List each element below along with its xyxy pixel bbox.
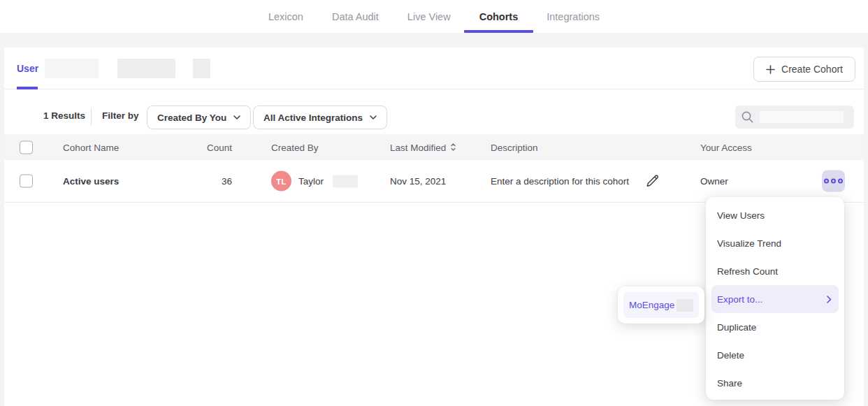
chevron-down-icon	[233, 115, 240, 119]
menu-item-label: Export to...	[717, 294, 762, 305]
redacted-search-text	[760, 111, 844, 123]
created-by-dropdown-value: Created By You	[157, 113, 226, 123]
avatar: TL	[271, 171, 291, 191]
tab-user[interactable]: User	[17, 48, 38, 89]
cohort-name[interactable]: Active users	[63, 176, 119, 187]
redacted-text	[677, 299, 693, 312]
menu-item-label: Refresh Count	[717, 266, 778, 277]
redacted-tab-placeholder	[45, 59, 99, 78]
table-header: Cohort Name Count Created By Last Modifi…	[4, 134, 864, 160]
description-placeholder[interactable]: Enter a description for this cohort	[491, 176, 629, 187]
filter-bar: 1 Results Filter by Created By You All A…	[4, 101, 864, 134]
create-cohort-button[interactable]: Create Cohort	[753, 57, 855, 82]
column-header-your-access: Your Access	[700, 142, 752, 152]
user-tab-underline	[17, 87, 38, 89]
column-header-count: Count	[201, 142, 232, 152]
filter-by-label: Filter by	[102, 110, 139, 121]
create-cohort-label: Create Cohort	[781, 64, 843, 75]
nav-tab-label: Live View	[407, 11, 451, 22]
menu-item-delete[interactable]: Delete	[711, 341, 839, 369]
created-by-dropdown[interactable]: Created By You	[147, 106, 251, 129]
edit-description-button[interactable]	[644, 173, 660, 189]
column-header-created-by: Created By	[271, 142, 319, 152]
ellipsis-icon	[824, 179, 843, 184]
redacted-tab-placeholder	[117, 59, 175, 78]
search-input[interactable]	[735, 106, 854, 129]
creator-cell: TL Taylor	[271, 171, 358, 191]
menu-item-label: Visualize Trend	[717, 238, 781, 249]
creator-name: Taylor	[298, 176, 324, 187]
search-icon	[741, 110, 754, 124]
column-header-description: Description	[491, 142, 538, 152]
active-tab-underline	[464, 30, 534, 33]
last-modified: Nov 15, 2021	[390, 176, 446, 187]
menu-item-duplicate[interactable]: Duplicate	[711, 313, 839, 341]
menu-item-view-users[interactable]: View Users	[711, 201, 839, 229]
context-menu: View Users Visualize Trend Refresh Count…	[706, 197, 844, 400]
submenu-item-label: MoEngage	[629, 300, 674, 310]
menu-item-label: View Users	[717, 210, 765, 221]
plus-icon	[766, 65, 775, 74]
nav-tab-cohorts[interactable]: Cohorts	[479, 0, 519, 33]
nav-tab-lexicon[interactable]: Lexicon	[268, 0, 303, 33]
divider	[91, 108, 92, 126]
submenu-item-moengage[interactable]: MoEngage	[623, 292, 699, 318]
menu-item-label: Delete	[717, 350, 744, 361]
row-checkbox[interactable]	[20, 175, 33, 188]
pencil-icon	[644, 173, 660, 189]
table-row: Active users 36 TL Taylor Nov 15, 2021 E…	[4, 160, 864, 203]
top-nav: Lexicon Data Audit Live View Cohorts Int…	[0, 0, 868, 33]
nav-tab-label: Integrations	[547, 11, 600, 22]
menu-item-label: Duplicate	[717, 322, 756, 333]
nav-tab-data-audit[interactable]: Data Audit	[332, 0, 379, 33]
nav-tab-label: Cohorts	[479, 11, 519, 22]
export-submenu: MoEngage	[618, 287, 704, 324]
column-header-last-modified[interactable]: Last Modified	[390, 142, 456, 152]
menu-item-visualize-trend[interactable]: Visualize Trend	[711, 229, 839, 257]
chevron-down-icon	[370, 115, 377, 119]
results-count: 1 Results	[43, 110, 85, 121]
nav-tab-integrations[interactable]: Integrations	[547, 0, 600, 33]
column-header-cohort-name: Cohort Name	[63, 142, 119, 152]
nav-tab-label: Lexicon	[268, 11, 303, 22]
redacted-tab-placeholder	[193, 59, 210, 78]
nav-tab-label: Data Audit	[332, 11, 379, 22]
active-integrations-dropdown[interactable]: All Active Integrations	[253, 106, 387, 129]
menu-item-share[interactable]: Share	[711, 369, 839, 397]
cohort-count: 36	[201, 176, 232, 187]
redacted-text	[333, 175, 358, 187]
column-header-label: Last Modified	[390, 142, 446, 152]
chevron-right-icon	[827, 296, 832, 303]
nav-tab-live-view[interactable]: Live View	[407, 0, 451, 33]
sort-icon	[450, 143, 456, 152]
row-actions-button[interactable]	[822, 171, 845, 192]
cohort-type-tabs: User Create Cohort	[4, 48, 864, 89]
select-all-checkbox[interactable]	[20, 140, 33, 154]
menu-item-export-to[interactable]: Export to...	[711, 285, 839, 313]
menu-item-label: Share	[717, 378, 742, 389]
menu-item-refresh-count[interactable]: Refresh Count	[711, 257, 839, 285]
integrations-dropdown-value: All Active Integrations	[263, 113, 363, 123]
access-value: Owner	[700, 176, 728, 187]
